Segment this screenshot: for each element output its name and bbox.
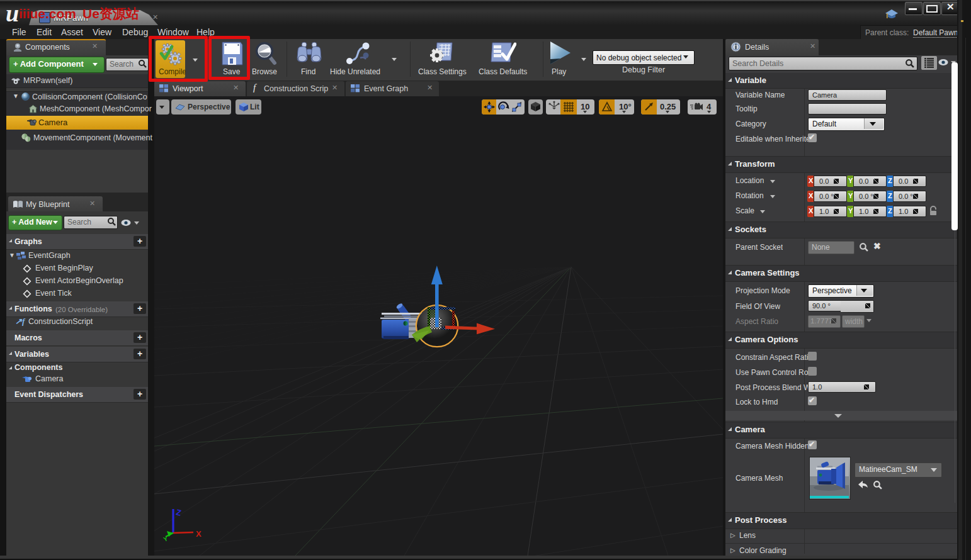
- svg-text:X: X: [196, 529, 202, 539]
- svg-text:Z: Z: [175, 507, 182, 517]
